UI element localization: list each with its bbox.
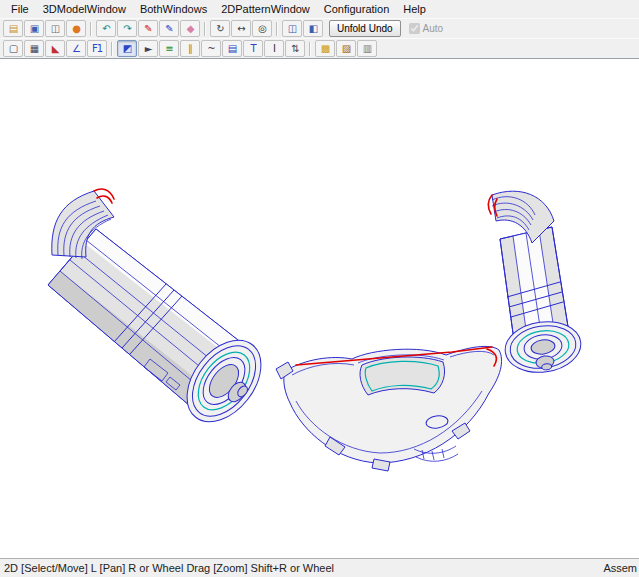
status-hint: 2D [Select/Move] L [Pan] R or Wheel Drag…	[4, 562, 334, 574]
flap-mark-button[interactable]: ◣	[45, 40, 65, 57]
save-button[interactable]: ▣	[24, 20, 44, 37]
eraser-button[interactable]: ◆	[180, 20, 200, 37]
fold-lines-icon: ∥	[188, 44, 192, 54]
text-tool-icon: T	[250, 44, 255, 54]
pencil-icon: ✎	[144, 24, 151, 34]
auto-checkbox[interactable]: Auto	[409, 23, 444, 34]
color-settings-icon: ▩	[321, 44, 329, 54]
capture-button[interactable]: ◫	[45, 20, 65, 37]
menu-3d-model-window[interactable]: 3DModelWindow	[36, 2, 133, 16]
undo-icon: ↶	[102, 24, 109, 34]
clipboard-button[interactable]: ▨	[336, 40, 356, 57]
model-right-cylinder[interactable]	[488, 191, 584, 377]
pattern-sheets-icon: ≡	[165, 44, 172, 54]
auto-checkbox-input[interactable]	[409, 23, 420, 34]
window-horizontal-icon: ◧	[309, 24, 317, 34]
open-icon: ▤	[9, 24, 17, 34]
model-left-cylinder[interactable]	[48, 189, 276, 436]
pan-view-icon: ↔	[237, 24, 244, 34]
unfold-undo-button[interactable]: Unfold Undo	[329, 20, 401, 37]
app-window: File 3DModelWindow BothWindows 2DPattern…	[0, 0, 639, 577]
rotate-view-button[interactable]: ↻	[210, 20, 230, 37]
select-edge-button[interactable]: ▢	[3, 40, 23, 57]
smooth-edge-button[interactable]: ~	[201, 40, 221, 57]
zoom-view-icon: ◎	[258, 24, 266, 34]
pan-view-button[interactable]: ↔	[231, 20, 251, 37]
toolbar-tools: ▢▦◣∠F1◩►≡∥~▤TI⇅▩▨▥	[0, 38, 639, 58]
model-canvas[interactable]	[0, 59, 639, 558]
measure-icon: ∠	[72, 44, 80, 54]
divide-face-icon: ▦	[30, 44, 38, 54]
capture-icon: ◫	[51, 24, 59, 34]
status-bar: 2D [Select/Move] L [Pan] R or Wheel Drag…	[0, 558, 639, 577]
window-vertical-icon: ◫	[288, 24, 296, 34]
color-settings-button[interactable]: ▩	[315, 40, 335, 57]
toolbar-main: ▤▣◫●↶↷✎✎◆↻↔◎◫◧Unfold UndoAuto	[0, 18, 639, 38]
pen-button[interactable]: ✎	[159, 20, 179, 37]
open-button[interactable]: ▤	[3, 20, 23, 37]
pick-part-button[interactable]: ►	[138, 40, 158, 57]
auto-label: Auto	[423, 23, 444, 34]
window-vertical-button[interactable]: ◫	[282, 20, 302, 37]
menu-2d-pattern-window[interactable]: 2DPatternWindow	[214, 2, 317, 16]
toolbar-separator	[90, 22, 92, 36]
cursor-tool-button[interactable]: I	[264, 40, 284, 57]
pen-icon: ✎	[165, 24, 172, 34]
smooth-edge-icon: ~	[207, 44, 214, 54]
toolbar-separator	[111, 42, 113, 56]
parts-list-button[interactable]: ▤	[222, 40, 242, 57]
texture-button[interactable]: ●	[66, 20, 86, 37]
pick-part-icon: ►	[145, 44, 152, 54]
pencil-button[interactable]: ✎	[138, 20, 158, 37]
pattern-sheets-button[interactable]: ≡	[159, 40, 179, 57]
parts-list-icon: ▤	[228, 44, 236, 54]
redo-button[interactable]: ↷	[117, 20, 137, 37]
menu-bar: File 3DModelWindow BothWindows 2DPattern…	[0, 0, 639, 18]
model-shell-piece[interactable]	[276, 346, 502, 471]
select-edge-icon: ▢	[9, 44, 17, 54]
help-f1-button[interactable]: F1	[87, 40, 107, 57]
help-f1-icon: F1	[92, 44, 102, 54]
divide-face-button[interactable]: ▦	[24, 40, 44, 57]
redo-icon: ↷	[123, 24, 130, 34]
swap-view-button[interactable]: ⇅	[285, 40, 305, 57]
flap-mark-icon: ◣	[52, 44, 59, 54]
menu-configuration[interactable]: Configuration	[317, 2, 396, 16]
canvas-3d-view[interactable]	[0, 58, 639, 558]
menu-file[interactable]: File	[4, 2, 36, 16]
print-icon: ▥	[363, 44, 371, 54]
fold-lines-button[interactable]: ∥	[180, 40, 200, 57]
texture-icon: ●	[72, 24, 80, 34]
cursor-tool-icon: I	[273, 44, 275, 54]
zoom-view-button[interactable]: ◎	[252, 20, 272, 37]
measure-button[interactable]: ∠	[66, 40, 86, 57]
eraser-icon: ◆	[187, 24, 194, 34]
toolbar-separator	[276, 22, 278, 36]
undo-button[interactable]: ↶	[96, 20, 116, 37]
print-button[interactable]: ▥	[357, 40, 377, 57]
save-icon: ▣	[30, 24, 38, 34]
window-horizontal-button[interactable]: ◧	[303, 20, 323, 37]
status-right-text: Assem	[603, 562, 637, 574]
toolbar-separator	[309, 42, 311, 56]
zoom-region-icon: ◩	[123, 44, 131, 54]
clipboard-icon: ▨	[342, 44, 350, 54]
text-tool-button[interactable]: T	[243, 40, 263, 57]
menu-both-windows[interactable]: BothWindows	[133, 2, 214, 16]
toolbar-separator	[204, 22, 206, 36]
menu-help[interactable]: Help	[396, 2, 433, 16]
zoom-region-button[interactable]: ◩	[117, 40, 137, 57]
swap-view-icon: ⇅	[291, 44, 298, 54]
rotate-view-icon: ↻	[216, 24, 223, 34]
